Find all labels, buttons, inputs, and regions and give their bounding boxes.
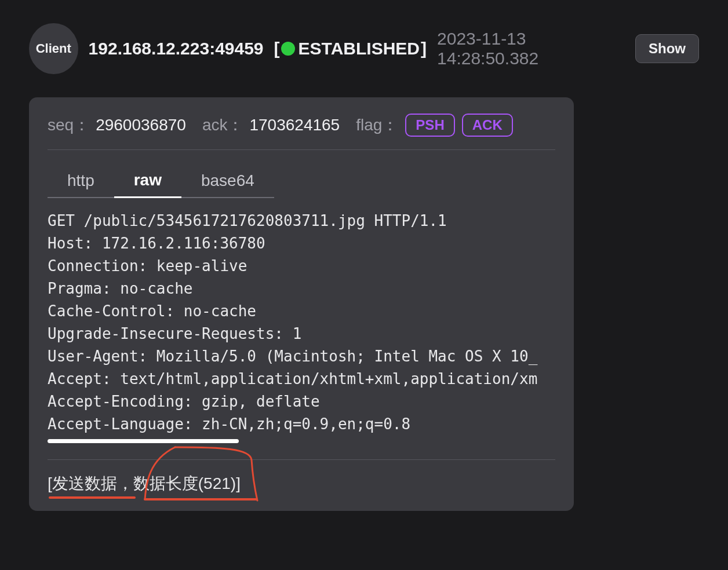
payload-line: GET /public/5345617217620803711.jpg HTTP… (48, 210, 555, 232)
timestamp: 2023-11-13 14:28:50.382 (437, 29, 625, 68)
payload-line: Accept-Language: zh-CN,zh;q=0.9,en;q=0.8 (48, 413, 555, 436)
payload-line: User-Agent: Mozilla/5.0 (Macintosh; Inte… (48, 345, 555, 368)
divider (48, 459, 555, 460)
payload-line: Host: 172.16.2.116:36780 (48, 232, 555, 255)
show-button[interactable]: Show (635, 34, 699, 63)
flags-group: flag： PSH ACK (356, 114, 513, 137)
client-label: Client (36, 41, 71, 56)
flag-badge-psh: PSH (405, 114, 454, 137)
seq-label: seq： (48, 114, 90, 136)
footer-status-wrap: [发送数据，数据长度(521)] (48, 473, 241, 495)
payload-line: Connection: keep-alive (48, 255, 555, 277)
payload-line: Pragma: no-cache (48, 277, 555, 300)
tab-base64[interactable]: base64 (181, 167, 274, 198)
client-address: 192.168.12.223:49459 (89, 39, 264, 59)
payload-content[interactable]: GET /public/5345617217620803711.jpg HTTP… (48, 210, 555, 443)
payload-line: Cache-Control: no-cache (48, 300, 555, 323)
packet-panel: seq： 2960036870 ack： 1703624165 flag： PS… (29, 97, 574, 511)
ack-group: ack： 1703624165 (202, 114, 340, 136)
payload-line: Accept: text/html,application/xhtml+xml,… (48, 368, 555, 390)
payload-line: Upgrade-Insecure-Requests: 1 (48, 323, 555, 345)
payload-line: Accept-Encoding: gzip, deflate (48, 390, 555, 413)
ack-value: 1703624165 (249, 116, 340, 134)
status-text: ESTABLISHED (299, 39, 420, 59)
horizontal-scrollbar[interactable] (48, 439, 239, 443)
tab-raw[interactable]: raw (114, 166, 181, 198)
flag-label: flag： (356, 114, 398, 136)
ack-label: ack： (202, 114, 244, 136)
flag-badge-ack: ACK (462, 114, 513, 137)
seq-value: 2960036870 (96, 116, 186, 134)
tab-http[interactable]: http (48, 167, 114, 198)
connection-status: [ESTABLISHED] (274, 39, 427, 59)
send-data-status: [发送数据，数据长度(521)] (48, 473, 241, 495)
status-dot-icon (281, 42, 295, 56)
tcp-meta-row: seq： 2960036870 ack： 1703624165 flag： PS… (48, 114, 555, 150)
connection-header: Client 192.168.12.223:49459 [ESTABLISHED… (29, 23, 699, 74)
payload-tabs: http raw base64 (48, 166, 555, 198)
seq-group: seq： 2960036870 (48, 114, 186, 136)
client-badge: Client (29, 23, 78, 74)
